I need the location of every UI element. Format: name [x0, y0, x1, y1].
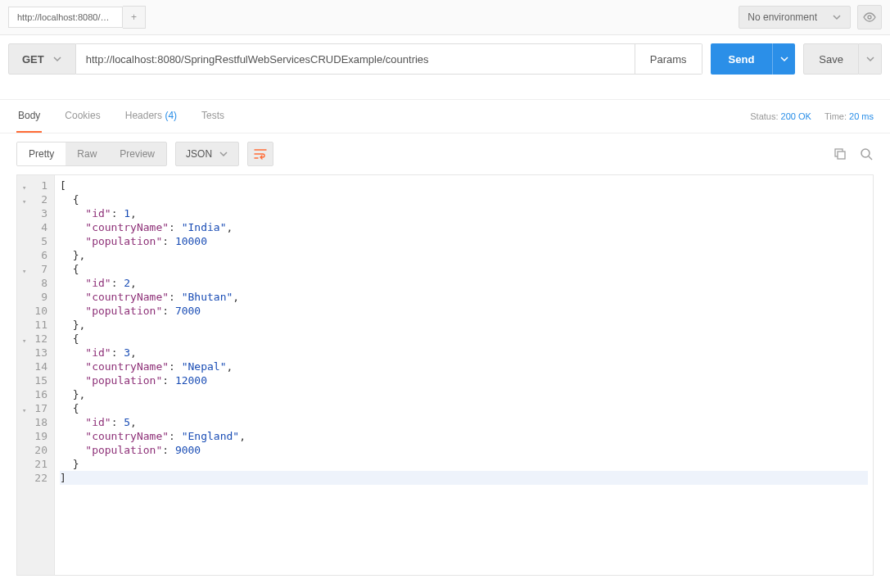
response-header: Body Cookies Headers (4) Tests Status: 2… — [0, 99, 890, 133]
line-number: ▾7 — [20, 262, 47, 276]
request-bar: GET Params Send Save — [0, 35, 890, 83]
chevron-down-icon — [865, 54, 875, 64]
code-line: "id": 1, — [60, 206, 868, 220]
line-number: ▾2 — [20, 192, 47, 206]
line-number: 22 — [20, 471, 47, 485]
code-line: "id": 2, — [60, 276, 868, 290]
line-number: 14 — [20, 360, 47, 373]
line-number: 8 — [20, 276, 47, 290]
send-button[interactable]: Send — [711, 43, 773, 75]
status-label: Status: — [750, 111, 778, 121]
view-mode-preview[interactable]: Preview — [108, 142, 166, 165]
tabs-group: http://localhost:8080/Sprir + — [8, 6, 146, 29]
chevron-down-icon — [779, 54, 789, 64]
search-button[interactable] — [859, 147, 874, 161]
copy-button[interactable] — [833, 147, 847, 161]
code-line: } — [60, 457, 868, 471]
quick-look-button[interactable] — [857, 5, 882, 29]
line-gutter: ▾1▾23456▾7891011▾1213141516▾171819202122 — [17, 175, 55, 575]
line-number: 16 — [20, 387, 47, 401]
time-label: Time: — [824, 111, 847, 121]
time-value: 20 ms — [849, 111, 874, 121]
code-line: { — [60, 332, 868, 346]
line-number: ▾1 — [20, 179, 47, 192]
code-line: }, — [60, 318, 868, 332]
line-number: 9 — [20, 290, 47, 304]
search-icon — [859, 147, 874, 161]
view-mode-raw[interactable]: Raw — [66, 142, 108, 165]
format-label: JSON — [186, 148, 212, 160]
chevron-down-icon — [52, 54, 62, 64]
code-line: "population": 7000 — [60, 304, 868, 318]
params-button[interactable]: Params — [635, 43, 703, 75]
environment-label: No environment — [748, 11, 817, 23]
tab-body[interactable]: Body — [16, 100, 42, 133]
line-number: 3 — [20, 206, 47, 220]
code-line: "countryName": "Nepal", — [60, 360, 868, 373]
save-button[interactable]: Save — [803, 43, 859, 75]
url-input[interactable] — [76, 43, 635, 75]
view-modes: Pretty Raw Preview — [16, 142, 167, 166]
code-line: { — [60, 192, 868, 206]
line-number: 6 — [20, 248, 47, 262]
line-number: ▾12 — [20, 332, 47, 346]
view-left: Pretty Raw Preview JSON — [16, 142, 273, 166]
svg-point-3 — [861, 149, 870, 157]
response-status: Status: 200 OK Time: 20 ms — [750, 111, 874, 121]
tab-headers-label: Headers — [125, 110, 162, 121]
line-number: 10 — [20, 304, 47, 318]
line-number: 15 — [20, 373, 47, 387]
plus-icon: + — [131, 11, 137, 23]
format-select[interactable]: JSON — [175, 142, 239, 166]
wrap-icon — [254, 148, 267, 160]
copy-icon — [833, 147, 847, 161]
wrap-lines-button[interactable] — [247, 142, 273, 166]
line-number: 4 — [20, 220, 47, 234]
topbar: http://localhost:8080/Sprir + No environ… — [0, 0, 890, 35]
line-number: 11 — [20, 318, 47, 332]
line-number: 19 — [20, 429, 47, 443]
code-line: [ — [60, 179, 868, 192]
svg-rect-2 — [838, 152, 845, 159]
line-number: 18 — [20, 415, 47, 429]
response-body-editor[interactable]: ▾1▾23456▾7891011▾1213141516▾171819202122… — [16, 174, 874, 576]
code-line: "countryName": "India", — [60, 220, 868, 234]
environment-select[interactable]: No environment — [739, 6, 851, 29]
send-dropdown-button[interactable] — [772, 43, 795, 75]
response-tabs: Body Cookies Headers (4) Tests — [16, 100, 226, 133]
code-line: "countryName": "Bhutan", — [60, 290, 868, 304]
code-line: { — [60, 401, 868, 415]
line-number: 13 — [20, 346, 47, 360]
code-line: "id": 5, — [60, 415, 868, 429]
tab-cookies[interactable]: Cookies — [63, 100, 102, 133]
code-line: ] — [60, 471, 868, 485]
code-line: }, — [60, 248, 868, 262]
view-mode-pretty[interactable]: Pretty — [17, 142, 66, 165]
code-line: "population": 10000 — [60, 234, 868, 248]
view-bar: Pretty Raw Preview JSON — [0, 133, 890, 174]
code-line: "population": 9000 — [60, 443, 868, 457]
headers-count: (4) — [165, 110, 177, 121]
code-line: }, — [60, 387, 868, 401]
eye-icon — [862, 10, 877, 25]
save-dropdown-button[interactable] — [859, 43, 882, 75]
tab-headers[interactable]: Headers (4) — [124, 100, 178, 133]
request-tab[interactable]: http://localhost:8080/Sprir — [8, 7, 123, 28]
code-content: [ { "id": 1, "countryName": "India", "po… — [55, 175, 873, 575]
status-value: 200 OK — [781, 111, 811, 121]
method-select[interactable]: GET — [8, 43, 76, 75]
topbar-right: No environment — [739, 5, 882, 29]
save-group: Save — [803, 43, 882, 75]
status-group: Status: 200 OK — [750, 111, 811, 121]
send-group: Send — [711, 43, 796, 75]
line-number: 20 — [20, 443, 47, 457]
chevron-down-icon — [832, 12, 842, 22]
code-line: { — [60, 262, 868, 276]
time-group: Time: 20 ms — [824, 111, 874, 121]
code-line: "countryName": "England", — [60, 429, 868, 443]
line-number: ▾17 — [20, 401, 47, 415]
tab-tests[interactable]: Tests — [200, 100, 226, 133]
new-tab-button[interactable]: + — [123, 6, 146, 29]
svg-point-0 — [868, 16, 871, 19]
code-line: "id": 3, — [60, 346, 868, 360]
